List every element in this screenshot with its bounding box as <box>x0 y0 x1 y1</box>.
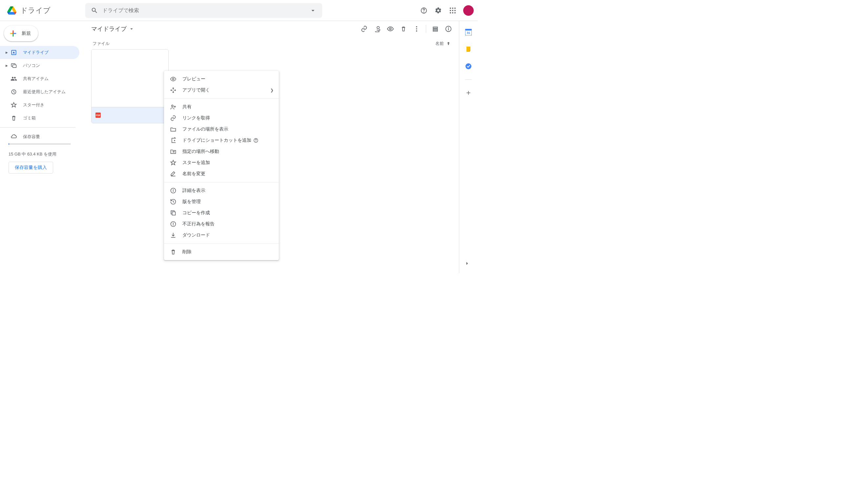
move-to-icon <box>169 147 177 156</box>
more-actions-icon[interactable] <box>410 22 423 36</box>
search-options-icon[interactable] <box>307 4 319 17</box>
ctx-manage-versions[interactable]: 版を管理 <box>164 196 279 207</box>
ctx-add-shortcut[interactable]: ドライブにショートカットを追加 <box>164 135 279 146</box>
sidebar-item-trash[interactable]: ゴミ箱 <box>0 112 80 125</box>
ctx-remove[interactable]: 削除 <box>164 246 279 257</box>
ctx-details[interactable]: 詳細を表示 <box>164 185 279 196</box>
svg-rect-19 <box>433 27 437 28</box>
get-link-icon[interactable] <box>358 22 371 36</box>
trash-icon <box>169 248 177 256</box>
svg-point-9 <box>452 12 453 13</box>
svg-point-16 <box>416 26 417 28</box>
ctx-preview[interactable]: プレビュー <box>164 73 279 85</box>
side-panel: 31 <box>459 21 478 273</box>
new-button-label: 新規 <box>22 30 31 37</box>
folder-icon <box>169 125 177 133</box>
svg-point-2 <box>450 8 451 9</box>
divider <box>465 80 472 80</box>
divider <box>164 182 279 182</box>
svg-point-28 <box>173 79 174 80</box>
new-button[interactable]: 新規 <box>4 26 38 41</box>
svg-rect-13 <box>13 65 16 68</box>
ctx-show-location[interactable]: ファイルの場所を表示 <box>164 124 279 135</box>
remove-icon[interactable] <box>397 22 410 36</box>
expand-icon[interactable]: ▶ <box>3 51 10 54</box>
sidebar-item-starred[interactable]: スター付き <box>0 98 80 112</box>
settings-icon[interactable] <box>432 4 445 17</box>
ctx-get-link[interactable]: リンクを取得 <box>164 113 279 124</box>
link-icon <box>169 114 177 122</box>
svg-point-18 <box>416 30 417 32</box>
file-thumbnail <box>91 49 168 107</box>
search-input[interactable] <box>101 8 307 13</box>
ctx-report-abuse[interactable]: 不正行為を報告 <box>164 218 279 230</box>
sidebar-item-shared[interactable]: 共有アイテム <box>0 72 80 85</box>
get-addons-icon[interactable] <box>462 86 475 99</box>
ctx-move-to[interactable]: 指定の場所へ移動 <box>164 146 279 157</box>
ctx-open-with[interactable]: アプリで開く❯ <box>164 85 279 96</box>
search-icon[interactable] <box>88 4 101 17</box>
brand[interactable]: ドライブ <box>4 4 85 17</box>
storage-usage-text: 15 GB 中 63.4 KB を使用 <box>0 148 85 157</box>
support-icon[interactable] <box>417 4 430 17</box>
arrow-up-icon <box>446 41 451 46</box>
sidebar-item-my-drive[interactable]: ▶ マイドライブ <box>0 46 80 59</box>
svg-point-31 <box>256 141 256 142</box>
svg-point-6 <box>452 10 453 11</box>
show-side-panel-icon[interactable] <box>460 257 474 270</box>
file-card[interactable]: PDF <box>91 49 169 123</box>
view-list-icon[interactable] <box>429 22 442 36</box>
calendar-app-icon[interactable]: 31 <box>462 26 475 39</box>
buy-storage-button[interactable]: 保存容量を購入 <box>9 162 53 173</box>
help-icon <box>253 138 258 143</box>
svg-point-5 <box>450 10 451 11</box>
share-icon[interactable] <box>371 22 384 36</box>
svg-point-15 <box>389 28 392 30</box>
open-with-icon <box>169 86 177 94</box>
ctx-download[interactable]: ダウンロード <box>164 230 279 241</box>
sidebar-item-storage[interactable]: 保存容量 <box>0 130 80 143</box>
person-add-icon <box>169 103 177 111</box>
ctx-make-copy[interactable]: コピーを作成 <box>164 207 279 218</box>
trash-icon <box>10 114 18 122</box>
apps-icon[interactable] <box>446 4 459 17</box>
plus-icon <box>9 29 18 38</box>
shared-icon <box>10 75 18 83</box>
sidebar-item-label: ゴミ箱 <box>23 115 36 121</box>
svg-point-36 <box>173 225 173 225</box>
sidebar-item-label: マイドライブ <box>23 49 48 55</box>
svg-point-29 <box>172 105 173 106</box>
eye-icon <box>169 75 177 83</box>
recent-icon <box>10 88 18 96</box>
sidebar-item-computers[interactable]: ▶ パソコン <box>0 59 80 72</box>
svg-rect-20 <box>433 29 437 29</box>
report-icon <box>169 220 177 228</box>
files-section-label: ファイル <box>93 41 110 46</box>
svg-point-10 <box>454 12 456 13</box>
svg-point-27 <box>466 63 471 69</box>
sort-button[interactable]: 名前 <box>435 41 451 46</box>
context-menu: プレビュー アプリで開く❯ 共有 リンクを取得 ファイルの場所を表示 ドライブに… <box>164 71 279 260</box>
sidebar: 新規 ▶ マイドライブ ▶ パソコン 共有アイテム 最近使用した <box>0 21 85 273</box>
view-details-icon[interactable] <box>442 22 455 36</box>
tasks-app-icon[interactable] <box>462 60 475 73</box>
svg-point-4 <box>454 8 456 9</box>
sidebar-item-recent[interactable]: 最近使用したアイテム <box>0 85 80 98</box>
ctx-rename[interactable]: 名前を変更 <box>164 168 279 180</box>
svg-rect-21 <box>433 30 437 31</box>
my-drive-icon <box>10 48 18 56</box>
account-avatar[interactable] <box>463 5 474 16</box>
ctx-add-star[interactable]: スターを追加 <box>164 157 279 168</box>
preview-icon[interactable] <box>384 22 397 36</box>
divider <box>164 243 279 244</box>
sidebar-item-label: 最近使用したアイテム <box>23 89 66 95</box>
breadcrumb[interactable]: マイドライブ <box>91 25 134 33</box>
copy-icon <box>169 209 177 217</box>
info-icon <box>169 187 177 195</box>
svg-rect-25 <box>465 29 472 30</box>
breadcrumb-label: マイドライブ <box>91 25 127 33</box>
ctx-share[interactable]: 共有 <box>164 101 279 113</box>
expand-icon[interactable]: ▶ <box>3 64 10 67</box>
keep-app-icon[interactable] <box>462 43 475 56</box>
pdf-icon: PDF <box>96 113 101 118</box>
